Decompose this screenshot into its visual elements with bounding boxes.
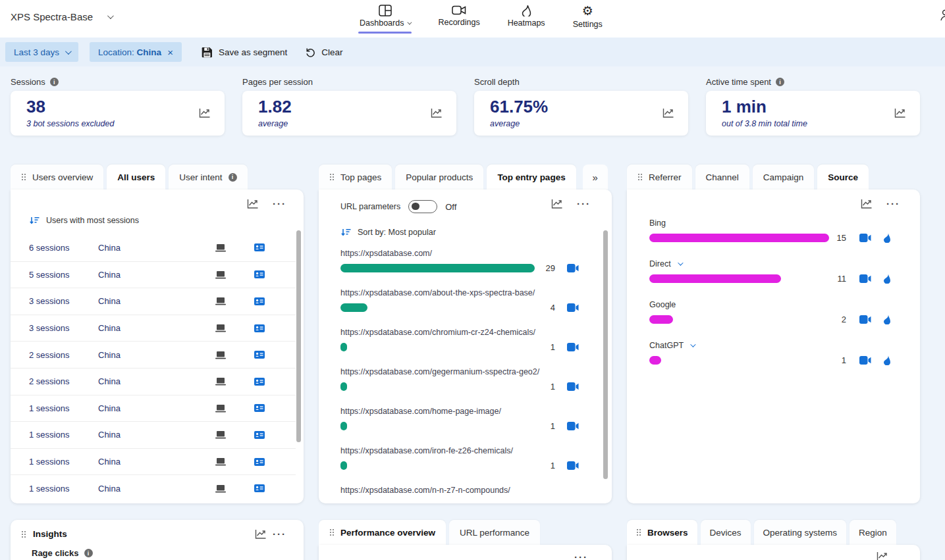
info-icon[interactable]: i: [50, 78, 59, 86]
list-item[interactable]: Bing 15: [649, 217, 891, 258]
drag-handle-icon[interactable]: [21, 173, 26, 181]
info-icon[interactable]: i: [229, 173, 237, 182]
pages-sort-header[interactable]: Sort by: Most popular: [340, 228, 436, 237]
more-options-icon[interactable]: ···: [574, 554, 588, 560]
tab[interactable]: All users: [107, 165, 165, 190]
nav-settings[interactable]: ⚙ Settings: [569, 3, 607, 34]
table-row[interactable]: 2 sessions China: [11, 341, 296, 368]
nav-dashboards[interactable]: Dashboards: [356, 3, 414, 34]
user-card-icon[interactable]: [254, 404, 265, 412]
recordings-icon[interactable]: [859, 234, 871, 242]
recordings-icon[interactable]: [567, 422, 579, 430]
chevron-down-icon[interactable]: [678, 260, 683, 265]
drag-handle-icon[interactable]: [21, 530, 26, 538]
user-card-icon[interactable]: [254, 297, 265, 305]
drag-handle-icon[interactable]: [636, 528, 641, 536]
more-options-icon[interactable]: ···: [577, 201, 591, 207]
info-icon[interactable]: i: [776, 78, 784, 86]
list-item[interactable]: Google 2: [649, 299, 891, 340]
more-options-icon[interactable]: ···: [273, 531, 286, 538]
nav-recordings[interactable]: Recordings: [434, 3, 483, 34]
list-item[interactable]: https://xpsdatabase.com/ 29: [340, 249, 579, 288]
vertical-scrollbar[interactable]: [603, 230, 608, 479]
table-row[interactable]: 2 sessions China: [11, 368, 296, 395]
trend-chart-icon[interactable]: [662, 108, 674, 118]
table-row[interactable]: 1 sessions China: [11, 421, 296, 448]
info-icon[interactable]: i: [84, 549, 93, 557]
table-row[interactable]: 5 sessions China: [11, 261, 296, 288]
tab[interactable]: Campaign: [753, 165, 815, 190]
tab[interactable]: User intent i: [169, 165, 247, 190]
tab[interactable]: Top entry pages: [487, 165, 576, 190]
list-item[interactable]: https://xpsdatabase.com/n-n-z7-n-compoun…: [340, 486, 579, 503]
vertical-scrollbar[interactable]: [296, 230, 301, 442]
recordings-icon[interactable]: [567, 343, 579, 351]
heatmap-icon[interactable]: [883, 274, 891, 284]
page-url[interactable]: https://xpsdatabase.com/iron-fe-z26-chem…: [340, 446, 579, 455]
date-range-chip[interactable]: Last 3 days: [5, 42, 78, 62]
tab[interactable]: Popular products: [395, 165, 483, 190]
drag-handle-icon[interactable]: [329, 173, 335, 181]
list-item[interactable]: https://xpsdatabase.com/gegermanium-sspe…: [340, 367, 579, 407]
heatmap-icon[interactable]: [883, 355, 891, 365]
page-url[interactable]: https://xpsdatabase.com/gegermanium-sspe…: [340, 367, 579, 376]
trend-chart-icon[interactable]: [199, 108, 210, 118]
table-row[interactable]: 1 sessions China: [11, 395, 296, 422]
recordings-icon[interactable]: [859, 274, 871, 283]
list-item[interactable]: ChatGPT 1: [649, 340, 891, 380]
recordings-icon[interactable]: [859, 315, 871, 324]
nav-heatmaps[interactable]: Heatmaps: [504, 3, 549, 34]
user-account-icon[interactable]: [940, 9, 945, 21]
save-segment-button[interactable]: Save as segment: [202, 47, 287, 58]
table-row[interactable]: 6 sessions China: [11, 234, 296, 261]
list-item[interactable]: https://xpsdatabase.com/iron-fe-z26-chem…: [340, 446, 579, 486]
chevron-down-icon[interactable]: [690, 342, 695, 347]
list-item[interactable]: https://xpsdatabase.com/chromium-cr-z24-…: [340, 328, 579, 367]
tab[interactable]: Channel: [695, 165, 749, 190]
heatmap-icon[interactable]: [883, 233, 891, 243]
page-url[interactable]: https://xpsdatabase.com/home-page-image/: [340, 407, 579, 416]
tab[interactable]: Users overview: [11, 165, 103, 190]
table-row[interactable]: 3 sessions China: [11, 288, 296, 315]
more-options-icon[interactable]: ···: [886, 201, 900, 207]
tab[interactable]: Region: [850, 520, 896, 545]
heatmap-icon[interactable]: [883, 315, 891, 324]
location-filter-chip[interactable]: Location: China ×: [90, 42, 182, 62]
recordings-icon[interactable]: [567, 303, 579, 312]
list-item[interactable]: Direct 11: [649, 258, 891, 299]
trend-chart-icon[interactable]: [255, 529, 266, 539]
user-card-icon[interactable]: [254, 378, 265, 386]
drag-handle-icon[interactable]: [329, 528, 335, 536]
user-card-icon[interactable]: [254, 270, 265, 278]
tab[interactable]: Browsers: [627, 520, 697, 545]
tab[interactable]: URL performance: [449, 520, 540, 545]
url-parameters-toggle[interactable]: [408, 200, 437, 213]
rage-clicks-item[interactable]: Rage clicks i: [32, 548, 304, 558]
user-card-icon[interactable]: [254, 351, 265, 359]
more-options-icon[interactable]: ···: [273, 201, 286, 207]
close-icon[interactable]: ×: [167, 47, 173, 57]
list-item[interactable]: https://xpsdatabase.com/home-page-image/…: [340, 407, 579, 446]
recordings-icon[interactable]: [567, 382, 579, 391]
user-card-icon[interactable]: [254, 458, 265, 466]
recordings-icon[interactable]: [567, 264, 579, 272]
clear-filters-button[interactable]: Clear: [305, 47, 342, 57]
user-card-icon[interactable]: [254, 243, 265, 251]
page-url[interactable]: https://xpsdatabase.com/chromium-cr-z24-…: [340, 328, 579, 337]
trend-chart-icon[interactable]: [551, 199, 562, 209]
trend-chart-icon[interactable]: [877, 551, 888, 560]
tab[interactable]: Source: [817, 165, 869, 190]
list-item[interactable]: https://xpsdatabase.com/about-the-xps-sp…: [340, 288, 579, 328]
tab[interactable]: Performance overview: [319, 520, 446, 545]
user-card-icon[interactable]: [254, 484, 265, 492]
user-card-icon[interactable]: [254, 431, 265, 439]
users-sort-header[interactable]: Users with most sessions: [29, 216, 139, 225]
trend-chart-icon[interactable]: [894, 108, 905, 118]
recordings-icon[interactable]: [567, 461, 579, 470]
drag-handle-icon[interactable]: [637, 173, 643, 181]
page-url[interactable]: https://xpsdatabase.com/about-the-xps-sp…: [340, 288, 579, 297]
user-card-icon[interactable]: [254, 324, 265, 332]
table-row[interactable]: 3 sessions China: [11, 315, 296, 342]
table-row[interactable]: 1 sessions China: [11, 448, 296, 475]
table-row[interactable]: 1 sessions China: [11, 474, 296, 501]
